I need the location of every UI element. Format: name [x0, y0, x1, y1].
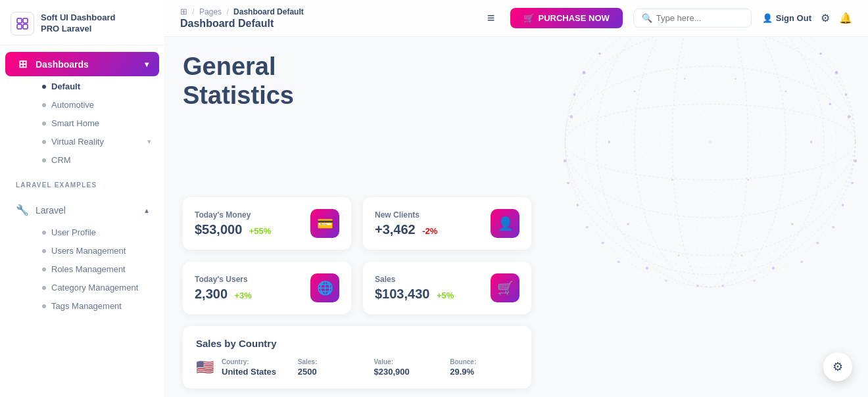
svg-point-63 — [586, 226, 589, 229]
sidebar-item-label: Smart Home — [51, 118, 99, 128]
money-icon: 💳 — [317, 216, 333, 231]
sidebar-item-tags-management[interactable]: Tags Management — [37, 297, 159, 315]
country-name: United States — [222, 367, 290, 377]
hero-title: GeneralStatistics — [183, 53, 850, 110]
dot-icon — [42, 268, 46, 271]
stat-value: +3,462 — [375, 222, 416, 237]
stat-label: Sales — [375, 275, 491, 284]
stat-value: $103,430 — [375, 287, 429, 301]
sidebar-item-automotive[interactable]: Automotive — [37, 96, 159, 114]
home-icon: ⊞ — [180, 7, 187, 16]
svg-point-36 — [696, 285, 699, 287]
svg-rect-0 — [17, 18, 22, 23]
stat-change: -2% — [422, 226, 437, 236]
stat-info: Today's Money $53,000 +55% — [195, 210, 310, 237]
page-title: Dashboard Default — [180, 18, 471, 30]
sidebar-item-users-management[interactable]: Users Management — [37, 242, 159, 260]
sidebar-item-default[interactable]: Default — [37, 78, 159, 95]
users-icon: 🌐 — [317, 280, 333, 296]
dashboards-icon: ⊞ — [16, 58, 29, 70]
svg-point-48 — [627, 223, 629, 225]
header-actions: 👤 Sign Out ⚙ 🔔 — [762, 12, 852, 24]
country-col-label: Country: — [222, 358, 290, 365]
svg-point-29 — [842, 204, 844, 206]
stat-icon-box: 🌐 — [310, 273, 339, 302]
laravel-nav-item[interactable]: 🔧 Laravel ▴ — [5, 198, 159, 222]
sidebar: Soft UI DashboardPRO Laravel ⊞ Dashboard… — [0, 0, 164, 397]
sidebar-item-roles-management[interactable]: Roles Management — [37, 260, 159, 278]
svg-point-49 — [741, 254, 743, 256]
flag-icon: 🇺🇸 — [196, 359, 214, 376]
stat-card-users: Today's Users 2,300 +3% 🌐 — [183, 262, 351, 314]
sidebar-item-label: CRM — [51, 155, 71, 165]
sales-country-card: Sales by Country 🇺🇸 Country: United Stat… — [183, 326, 531, 388]
sidebar-item-label: Tags Management — [51, 301, 122, 311]
svg-point-62 — [832, 226, 834, 229]
purchase-button[interactable]: 🛒 PURCHASE NOW — [510, 8, 622, 28]
stat-label: Today's Users — [195, 275, 310, 284]
country-name-col: Country: United States — [222, 358, 290, 377]
bounce-col-label: Bounce: — [450, 358, 518, 365]
dashboards-submenu: Default Automotive Smart Home Virtual Re… — [0, 78, 164, 169]
svg-point-30 — [576, 204, 579, 206]
bell-icon-button[interactable]: 🔔 — [839, 12, 852, 24]
svg-point-27 — [854, 159, 857, 162]
breadcrumb-sep: / — [192, 7, 194, 16]
laravel-label: Laravel — [36, 205, 138, 216]
dashboards-label: Dashboards — [36, 59, 138, 70]
sidebar-item-category-management[interactable]: Category Management — [37, 279, 159, 296]
value-col: Value: $230,900 — [374, 358, 443, 377]
header: ⊞ / Pages / Dashboard Default Dashboard … — [164, 0, 868, 37]
sign-out-button[interactable]: 👤 Sign Out — [762, 13, 811, 23]
svg-point-31 — [816, 242, 819, 245]
svg-point-47 — [791, 223, 794, 225]
stat-icon-box: 🛒 — [491, 273, 519, 302]
stat-label: New Clients — [375, 210, 491, 220]
laravel-submenu: User Profile Users Management Roles Mana… — [0, 223, 164, 315]
stat-icon-box: 💳 — [310, 209, 339, 238]
sidebar-logo: Soft UI DashboardPRO Laravel — [0, 0, 164, 45]
clients-icon: 👤 — [497, 216, 514, 231]
cart-icon: 🛒 — [523, 13, 534, 23]
bottom-gear-button[interactable]: ⚙ — [823, 352, 852, 381]
value-col-label: Value: — [374, 358, 443, 365]
svg-point-67 — [665, 279, 667, 282]
dot-icon — [42, 158, 46, 162]
value-amount: $230,900 — [374, 367, 443, 377]
breadcrumb: ⊞ / Pages / Dashboard Default — [180, 7, 471, 16]
main-content: ⊞ / Pages / Dashboard Default Dashboard … — [164, 0, 868, 397]
svg-point-50 — [678, 254, 680, 256]
sidebar-item-smart-home[interactable]: Smart Home — [37, 114, 159, 132]
breadcrumb-sep2: / — [226, 7, 228, 16]
dot-icon — [42, 122, 46, 126]
sales-col-label: Sales: — [298, 358, 366, 365]
breadcrumb-pages[interactable]: Pages — [199, 7, 222, 16]
sidebar-item-virtual-reality[interactable]: Virtual Reality ▾ — [37, 133, 159, 151]
stat-value: 2,300 — [195, 287, 228, 301]
search-input[interactable] — [656, 13, 742, 23]
svg-rect-1 — [23, 18, 28, 23]
stat-icon-box: 👤 — [491, 209, 519, 238]
stat-info: Today's Users 2,300 +3% — [195, 275, 310, 302]
dashboards-arrow-icon: ▾ — [145, 60, 149, 69]
hamburger-button[interactable]: ≡ — [482, 8, 500, 28]
dashboards-nav-item[interactable]: ⊞ Dashboards ▾ — [5, 52, 159, 76]
stat-card-sales: Sales $103,430 +5% 🛒 — [363, 262, 531, 314]
laravel-arrow-icon: ▴ — [145, 206, 149, 215]
svg-rect-3 — [23, 24, 28, 29]
sidebar-item-label: Default — [51, 82, 80, 91]
sidebar-item-crm[interactable]: CRM — [37, 151, 159, 169]
stats-grid: Today's Money $53,000 +55% 💳 New Clients… — [183, 197, 531, 314]
sidebar-item-label: Category Management — [51, 283, 138, 292]
stat-label: Today's Money — [195, 210, 310, 220]
sales-icon: 🛒 — [497, 280, 514, 296]
settings-icon-button[interactable]: ⚙ — [821, 12, 830, 24]
svg-point-60 — [851, 181, 854, 184]
dot-icon — [42, 249, 46, 253]
sidebar-item-user-profile[interactable]: User Profile — [37, 223, 159, 241]
svg-point-65 — [617, 260, 620, 263]
sidebar-item-label: Users Management — [51, 246, 126, 256]
svg-point-34 — [646, 267, 649, 270]
sales-col: Sales: 2500 — [298, 358, 366, 377]
purchase-label: PURCHASE NOW — [538, 13, 609, 23]
